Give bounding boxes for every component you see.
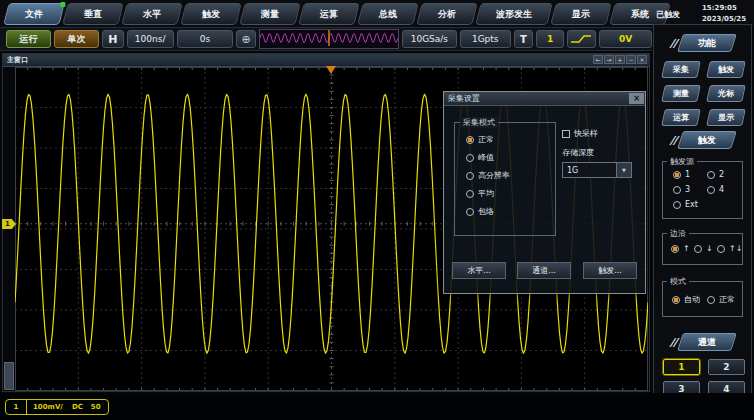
single-button[interactable]: 单次 — [54, 30, 99, 48]
window-right-icon[interactable]: → — [604, 55, 614, 64]
trigger-dialog-button[interactable]: 触发... — [583, 262, 637, 279]
menu-item-math[interactable]: 运算 — [298, 3, 359, 25]
badge-channel-number: 1 — [6, 400, 27, 414]
channel1-badge[interactable]: 1 100mV/ DC 50 — [5, 399, 109, 415]
trigger-section-header: ∕∕ 触发 — [654, 131, 751, 149]
scrollbar-thumb[interactable] — [4, 362, 14, 390]
mode-group: 模式 自动 正常 — [662, 281, 743, 317]
radio-dot-icon — [466, 136, 474, 144]
timebase-button[interactable]: 100ns/ — [127, 30, 174, 48]
radio-dot-icon — [673, 201, 681, 209]
dialog-titlebar[interactable]: 采集设置 × — [444, 92, 645, 106]
status-dot-icon — [60, 2, 65, 7]
radio-mode-envelope[interactable]: 包络 — [466, 206, 494, 217]
channel-section-header: ∕∕ 通道 — [654, 333, 751, 351]
memory-depth-button[interactable]: 1Gpts — [460, 30, 511, 48]
channel-buttons: 1 2 3 4 — [663, 359, 745, 397]
horizontal-label-button[interactable]: H — [102, 30, 124, 48]
badge-coupling: DC — [72, 403, 83, 411]
window-add-icon[interactable]: + — [615, 55, 625, 64]
channel-header-button[interactable]: 通道 — [677, 333, 737, 351]
trigger-source-1[interactable]: 1 — [673, 170, 690, 179]
trigger-source-ext[interactable]: Ext — [673, 200, 698, 209]
dropdown-value: 1G — [563, 166, 616, 175]
menu-item-trigger[interactable]: 触发 — [180, 3, 241, 25]
edge-rising[interactable]: ↑ — [671, 244, 690, 253]
radio-dot-icon — [466, 208, 474, 216]
radio-mode-normal[interactable]: 正常 — [466, 134, 494, 145]
display-button[interactable]: 显示 — [706, 109, 746, 126]
menu-item-horizontal[interactable]: 水平 — [121, 3, 182, 25]
function-buttons: 采集 触发 测量 光标 运算 显示 — [663, 61, 744, 126]
cursor-button[interactable]: 光标 — [706, 85, 746, 102]
trigger-label-button[interactable]: T — [514, 30, 534, 48]
dialog-close-icon[interactable]: × — [629, 93, 644, 104]
window-close-icon[interactable]: × — [637, 55, 647, 64]
menu-item-measure[interactable]: 测量 — [239, 3, 300, 25]
window-controls: ← → + − × — [593, 55, 647, 64]
edge-falling[interactable]: ↓ — [694, 244, 713, 253]
trigger-source-button[interactable]: 1 — [536, 30, 563, 48]
preview-wave-icon — [260, 30, 398, 46]
radio-dot-icon — [671, 245, 679, 253]
zoom-icon[interactable]: ⊕ — [236, 30, 256, 48]
trigger-status-text: 已触发 — [656, 9, 680, 20]
trigger-source-3[interactable]: 3 — [673, 185, 690, 194]
horizontal-position-button[interactable]: 0s — [177, 30, 234, 48]
menu-item-file[interactable]: 文件 — [3, 3, 64, 25]
mode-normal[interactable]: 正常 — [707, 294, 735, 305]
trigger-source-2[interactable]: 2 — [707, 170, 724, 179]
waveform-preview[interactable] — [259, 29, 399, 49]
channel-1-button[interactable]: 1 — [663, 359, 700, 375]
menu-item-wavegen[interactable]: 波形发生 — [475, 3, 552, 25]
channel1-ground-marker[interactable]: 1 — [2, 219, 16, 229]
radio-mode-peak[interactable]: 峰值 — [466, 152, 494, 163]
checkbox-icon — [562, 130, 570, 138]
chevron-down-icon: ▼ — [616, 163, 631, 177]
trigger-source-4[interactable]: 4 — [707, 185, 724, 194]
radio-dot-icon — [717, 245, 725, 253]
trigger-source-group: 触发源 1 2 3 4 Ext — [662, 161, 743, 219]
run-button[interactable]: 运行 — [6, 30, 51, 48]
menu-item-vertical[interactable]: 垂直 — [62, 3, 123, 25]
function-section-header: ∕∕ 功能 — [654, 34, 751, 52]
menu-items: 文件 垂直 水平 触发 测量 运算 总线 分析 波形发生 显示 系统 — [6, 3, 668, 25]
fast-sample-checkbox[interactable]: 快采样 — [562, 128, 598, 139]
edge-group: 边沿 ↑ ↓ ↑↓ — [662, 233, 743, 265]
radio-mode-average[interactable]: 平均 — [466, 188, 494, 199]
trigger-level-button[interactable]: 0V — [599, 30, 652, 48]
badge-impedance: 50 — [91, 403, 101, 411]
trigger-button[interactable]: 触发 — [706, 61, 746, 78]
radio-mode-hires[interactable]: 高分辨率 — [466, 170, 510, 181]
memory-depth-dropdown[interactable]: 1G ▼ — [562, 162, 632, 178]
edge-both[interactable]: ↑↓ — [717, 244, 742, 253]
channel-2-button[interactable]: 2 — [708, 359, 745, 375]
menu-item-bus[interactable]: 总线 — [357, 3, 418, 25]
window-left-icon[interactable]: ← — [593, 55, 603, 64]
radio-dot-icon — [694, 245, 702, 253]
function-header-button[interactable]: 功能 — [677, 34, 737, 52]
rising-edge-icon[interactable] — [567, 30, 596, 48]
mode-auto[interactable]: 自动 — [672, 294, 700, 305]
acquisition-settings-dialog: 采集设置 × 采集模式 正常 峰值 高分辨率 平均 包络 快采样 存储深度 1G… — [443, 91, 646, 294]
menu-item-display[interactable]: 显示 — [550, 3, 611, 25]
radio-dot-icon — [707, 171, 715, 179]
horizontal-dialog-button[interactable]: 水平... — [452, 262, 506, 279]
acquisition-mode-label: 采集模式 — [460, 117, 498, 128]
measure-button[interactable]: 测量 — [661, 85, 701, 102]
trigger-position-marker-icon[interactable] — [326, 66, 336, 74]
badge-scale: 100mV/ — [33, 403, 63, 411]
sample-rate-button[interactable]: 10GSa/s — [402, 30, 457, 48]
radio-dot-icon — [466, 172, 474, 180]
clock-time: 15:29:05 — [702, 3, 746, 14]
trigger-header-button[interactable]: 触发 — [677, 131, 737, 149]
radio-dot-icon — [466, 154, 474, 162]
menu-bar: 文件 垂直 水平 触发 测量 运算 总线 分析 波形发生 显示 系统 已触发 1… — [0, 0, 754, 27]
waveform-window-title: 主窗口 — [7, 55, 28, 65]
acquire-button[interactable]: 采集 — [661, 61, 701, 78]
window-minimize-icon[interactable]: − — [626, 55, 636, 64]
side-panel: ∕∕ 功能 采集 触发 测量 光标 运算 显示 ∕∕ 触发 触发源 1 2 3 … — [653, 24, 752, 418]
channel-dialog-button[interactable]: 通道... — [517, 262, 571, 279]
menu-item-analyze[interactable]: 分析 — [416, 3, 477, 25]
math-button[interactable]: 运算 — [661, 109, 701, 126]
